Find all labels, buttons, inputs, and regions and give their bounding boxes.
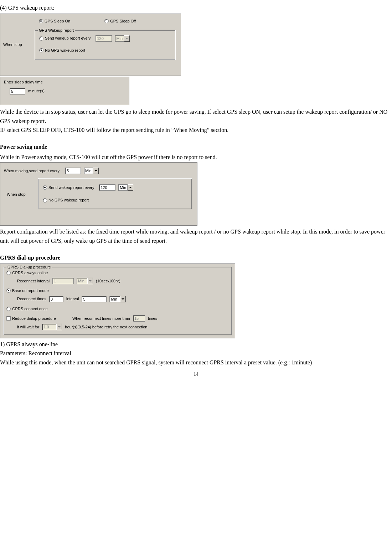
radio-dot-icon	[6, 288, 11, 293]
panel-gprs-dialup: GPRS Dial-up procedure GPRS always onlin…	[0, 263, 235, 338]
radio-gprs-always-online[interactable]: GPRS always online	[6, 270, 48, 276]
interval-input[interactable]: 5	[82, 296, 107, 302]
reduce-times-input[interactable]: 15	[133, 315, 145, 322]
gprs-item-1-params: Parameters: Reconnect interval	[0, 349, 392, 358]
power-saving-heading: Power saving mode	[0, 143, 392, 151]
combo-value: Min	[77, 278, 87, 284]
radio-label: GPRS always online	[12, 270, 48, 276]
sleep-delay-unit: minute(s)	[28, 88, 45, 94]
paragraph: While the device is in stop status, user…	[0, 107, 392, 126]
section-4-title: (4) GPS wakeup report:	[0, 4, 392, 12]
paragraph: IF select GPS SLEEP OFF, CTS-100 will fo…	[0, 126, 392, 135]
wakeup-interval-input[interactable]: 120	[96, 35, 112, 42]
moving-interval-input[interactable]: 5	[65, 168, 81, 174]
paragraph: While in Power saving mode, CTS-100 will…	[0, 153, 392, 162]
chevron-down-icon	[120, 296, 126, 302]
chevron-down-icon	[56, 324, 62, 330]
when-stop-label: When stop	[0, 42, 25, 48]
page-number: 14	[0, 370, 392, 378]
reconnect-times-input[interactable]: 3	[49, 296, 63, 302]
radio-label: Base on report mode	[12, 288, 49, 294]
radio-no-wakeup-report[interactable]: No GPS wakeup report	[39, 47, 85, 53]
combo-value: 1.0	[42, 324, 56, 330]
wakeup-unit-combo[interactable]: Min	[118, 184, 133, 191]
when-moving-label: When moving,send report every	[4, 168, 60, 174]
radio-dot-icon	[6, 271, 11, 275]
radio-gprs-connect-once[interactable]: GPRS connect once	[6, 306, 48, 312]
radio-label: No GPS wakeup report	[45, 47, 85, 53]
combo-value: Min	[109, 296, 120, 302]
panel-power-saving: When moving,send report every 5 Min When…	[0, 162, 197, 226]
radio-dot-icon	[39, 48, 43, 52]
sleep-delay-input[interactable]: 5	[10, 88, 25, 94]
radio-no-wakeup-report[interactable]: No GPS wakeup report	[43, 197, 89, 203]
wakeup-unit-combo[interactable]: Min	[115, 35, 130, 42]
reduce-text-c: it will wait for	[17, 324, 39, 330]
radio-dot-icon	[39, 19, 43, 23]
reduce-text-b: times	[148, 316, 157, 322]
when-stop-label: When stop	[4, 191, 29, 198]
radio-label: GPRS connect once	[12, 306, 48, 312]
chevron-down-icon	[93, 168, 99, 174]
checkbox-reduce-dialup[interactable]: Reduce dialup procedure	[6, 316, 56, 322]
radio-label: Send wakeup report every	[48, 185, 94, 191]
radio-label: Send wakeup report every	[45, 35, 91, 41]
radio-gps-sleep-off[interactable]: GPS Sleep Off	[104, 18, 136, 24]
radio-base-on-report-mode[interactable]: Base on report mode	[6, 288, 49, 294]
reconnect-interval-unit-combo[interactable]: Min	[77, 278, 93, 284]
reconnect-times-label: Reconnect times	[17, 296, 46, 302]
paragraph: Report configuration will be listed as: …	[0, 227, 392, 245]
reduce-text-d: hour(s)(0.5-24) before retry the next co…	[65, 324, 147, 330]
radio-dot-icon	[39, 36, 43, 41]
reduce-wait-combo[interactable]: 1.0	[42, 324, 62, 330]
chevron-down-icon	[124, 35, 130, 42]
combo-value: Min	[115, 35, 124, 42]
panel-sleep-delay: Enter sleep delay time 5 minute(s)	[0, 77, 129, 105]
fieldset-legend: GPS Wakeup report	[38, 27, 75, 34]
checkbox-label: Reduce dialup procedure	[12, 316, 56, 322]
reconnect-interval-input[interactable]: 1	[52, 278, 74, 284]
reconnect-interval-label: Reconnect interval	[17, 278, 50, 284]
radio-label: No GPS wakeup report	[48, 197, 89, 203]
chevron-down-icon	[128, 184, 133, 191]
radio-dot-icon	[43, 198, 47, 203]
gprs-heading: GPRS dial-up procedure	[0, 254, 392, 262]
sleep-delay-title: Enter sleep delay time	[4, 79, 125, 85]
interval-label: interval	[66, 296, 79, 302]
reduce-text-a: When reconnect times more than	[72, 316, 130, 322]
checkbox-box-icon	[6, 316, 11, 321]
radio-dot-icon	[104, 19, 109, 23]
fieldset-legend: GPRS Dial-up procedure	[6, 264, 52, 270]
radio-dot-icon	[6, 307, 11, 311]
radio-label: GPS Sleep On	[45, 18, 70, 24]
moving-unit-combo[interactable]: Min	[84, 168, 99, 174]
panel-gps-wakeup: When stop GPS Sleep On GPS Sleep Off GPS…	[0, 14, 181, 76]
radio-send-wakeup-every[interactable]: Send wakeup report every	[39, 35, 91, 41]
reconnect-interval-range: (10sec-100hr)	[96, 278, 120, 284]
interval-unit-combo[interactable]: Min	[109, 296, 126, 302]
wakeup-interval-input[interactable]: 120	[99, 184, 115, 191]
radio-send-wakeup-every[interactable]: Send wakeup report every	[43, 185, 94, 191]
chevron-down-icon	[87, 278, 93, 284]
radio-label: GPS Sleep Off	[110, 18, 136, 24]
gprs-item-1: 1) GPRS always one-line	[0, 340, 392, 349]
combo-value: Min	[118, 184, 128, 191]
radio-gps-sleep-on[interactable]: GPS Sleep On	[39, 18, 70, 24]
combo-value: Min	[84, 168, 93, 174]
radio-dot-icon	[43, 185, 47, 190]
gprs-item-1-desc: While using this mode, when the unit can…	[0, 358, 392, 367]
